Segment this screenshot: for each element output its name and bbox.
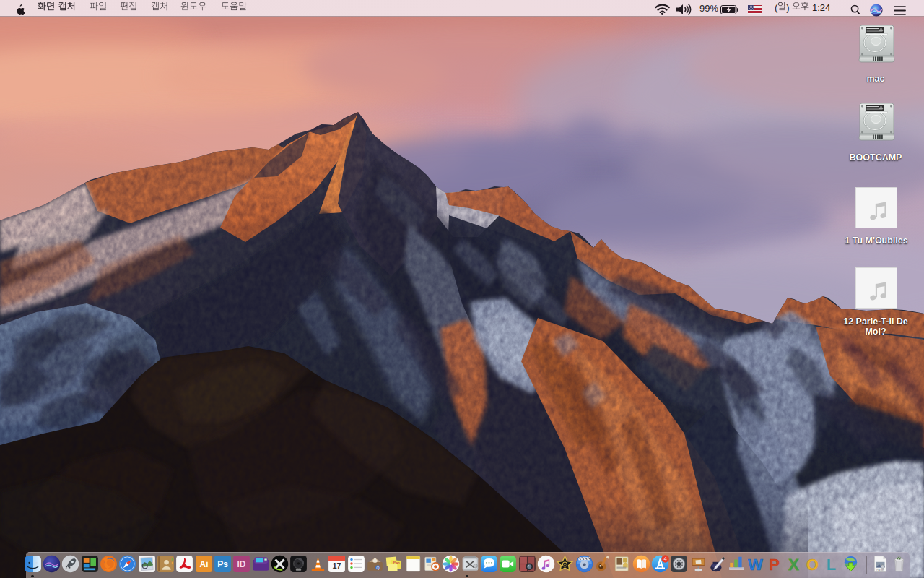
svg-text:Ps: Ps xyxy=(217,559,228,569)
svg-text:O: O xyxy=(806,555,819,572)
svg-text:4: 4 xyxy=(664,555,667,561)
svg-text:PAGE: PAGE xyxy=(876,569,884,571)
svg-text:Q: Q xyxy=(376,565,379,569)
svg-text:ID: ID xyxy=(237,559,246,569)
svg-text:P: P xyxy=(769,555,780,572)
svg-text:L: L xyxy=(827,555,836,572)
svg-text:W: W xyxy=(748,555,763,572)
svg-text:Plan: Plan xyxy=(393,560,400,564)
svg-text:Ai: Ai xyxy=(199,559,208,569)
svg-text:17: 17 xyxy=(333,561,341,570)
svg-text:X: X xyxy=(788,555,799,572)
